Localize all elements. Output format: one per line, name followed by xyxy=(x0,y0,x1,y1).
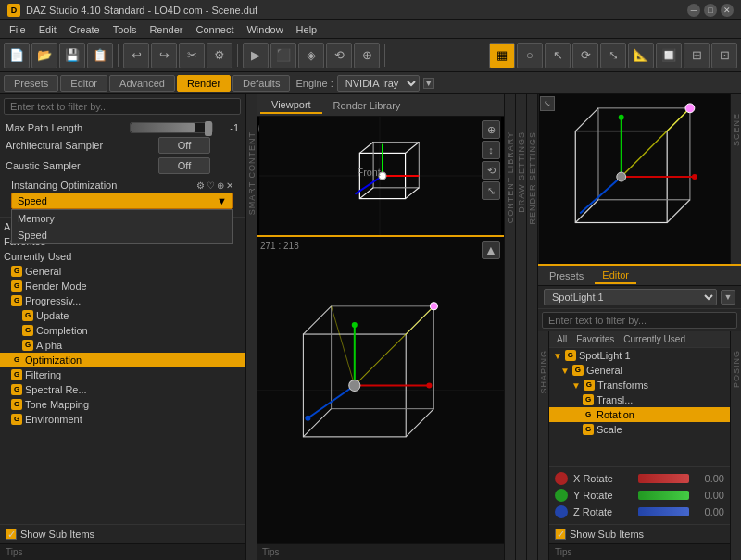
tool1[interactable]: ✂ xyxy=(179,43,205,68)
view-btn7[interactable]: ⊞ xyxy=(684,43,710,68)
redo-button[interactable]: ↪ xyxy=(151,43,177,68)
z-rotate-slider[interactable] xyxy=(638,507,689,516)
view-btn1[interactable]: ○ xyxy=(517,43,543,68)
tree-item-currently-used[interactable]: Currently Used xyxy=(0,249,245,264)
vp-ctrl-3[interactable]: ⟲ xyxy=(482,161,500,180)
tree-item-render-mode[interactable]: G Render Mode xyxy=(0,279,245,293)
close-button[interactable]: ✕ xyxy=(721,4,734,17)
tree-item-progressiv[interactable]: G Progressiv... xyxy=(0,293,245,308)
render-mode-button[interactable]: ▦ xyxy=(489,43,515,68)
view-btn8[interactable]: ⊡ xyxy=(711,43,737,68)
view-btn6[interactable]: 🔲 xyxy=(656,43,682,68)
instancing-icon2[interactable]: ♡ xyxy=(207,180,215,191)
vp-ctrl-1[interactable]: ⊕ xyxy=(482,120,500,139)
open-button[interactable]: 📂 xyxy=(31,43,57,68)
caustic-sampler-off-button[interactable]: Off xyxy=(158,157,210,174)
tab-render-library[interactable]: Render Library xyxy=(322,98,412,113)
vp-ctrl-4[interactable]: ⤡ xyxy=(482,181,500,200)
tree-item-tone-mapping[interactable]: G Tone Mapping xyxy=(0,397,245,412)
x-rotate-slider[interactable] xyxy=(638,474,689,483)
tab-render-left[interactable]: Render xyxy=(177,75,231,92)
aux-expand-button[interactable]: ⤡ xyxy=(540,96,555,111)
new-button[interactable]: 📄 xyxy=(4,43,30,68)
tool2[interactable]: ⚙ xyxy=(207,43,232,68)
filter-all[interactable]: All xyxy=(553,333,571,345)
tab-presets-left[interactable]: Presets xyxy=(4,75,58,92)
menu-connect[interactable]: Connect xyxy=(191,22,240,37)
vp-ctrl-2[interactable]: ↕ xyxy=(482,141,500,159)
arch-sampler-off-button[interactable]: Off xyxy=(158,137,210,154)
y-rotate-slider[interactable] xyxy=(638,491,689,500)
speed-dropdown-button[interactable]: Speed ▼ xyxy=(11,193,233,209)
tree-item-alpha[interactable]: G Alpha xyxy=(0,338,245,353)
tree-item-completion[interactable]: G Completion xyxy=(0,323,245,338)
save-as-button[interactable]: 📋 xyxy=(87,43,113,68)
undo-button[interactable]: ↩ xyxy=(123,43,149,68)
instancing-icon4[interactable]: ✕ xyxy=(226,180,233,191)
view-btn2[interactable]: ↖ xyxy=(545,43,571,68)
minimize-button[interactable]: ─ xyxy=(687,4,700,17)
general-expand-icon: ▼ xyxy=(560,366,570,376)
tree-item-filtering[interactable]: G Filtering xyxy=(0,367,245,382)
speed-option-speed[interactable]: Speed xyxy=(12,227,232,243)
speed-option-memory[interactable]: Memory xyxy=(12,210,232,227)
right-tree-spotlight[interactable]: ▼ G SpotLight 1 xyxy=(549,348,730,363)
tab-viewport[interactable]: Viewport xyxy=(260,97,322,114)
view-btn4[interactable]: ⤡ xyxy=(600,43,626,68)
menu-window[interactable]: Window xyxy=(241,22,288,37)
tool6[interactable]: ⟲ xyxy=(326,43,352,68)
tab-editor-left[interactable]: Editor xyxy=(60,75,107,92)
tool7[interactable]: ⊕ xyxy=(354,43,380,68)
render-settings-strip[interactable]: Render Settings xyxy=(526,94,537,560)
right-tree-rotation[interactable]: G Rotation xyxy=(549,407,730,422)
show-sub-checkbox[interactable]: ✓ xyxy=(6,529,17,540)
tree-item-environment[interactable]: G Environment xyxy=(0,412,245,427)
tree-item-spectral[interactable]: G Spectral Re... xyxy=(0,382,245,397)
params-tab-editor[interactable]: Editor xyxy=(595,268,636,284)
right-tree-transforms[interactable]: ▼ G Transforms xyxy=(549,378,730,392)
tool5[interactable]: ◈ xyxy=(298,43,324,68)
tab-defaults-left[interactable]: Defaults xyxy=(232,75,290,92)
menu-edit[interactable]: Edit xyxy=(33,22,62,37)
left-search-input[interactable] xyxy=(4,98,241,115)
tool4[interactable]: ⬛ xyxy=(270,43,296,68)
shaping-strip[interactable]: Shaping xyxy=(538,331,549,560)
menu-help[interactable]: Help xyxy=(291,22,323,37)
tool3[interactable]: ▶ xyxy=(243,43,269,68)
filter-favorites[interactable]: Favorites xyxy=(572,333,618,345)
engine-select[interactable]: NVIDIA Iray xyxy=(337,75,420,92)
right-tree-scale[interactable]: G Scale xyxy=(549,422,730,437)
instancing-icon1[interactable]: ⚙ xyxy=(196,180,205,191)
max-path-slider[interactable] xyxy=(130,122,213,133)
right-search-input[interactable] xyxy=(542,312,737,329)
window-controls[interactable]: ─ □ ✕ xyxy=(687,4,734,17)
right-tree-general[interactable]: ▼ G General xyxy=(549,363,730,378)
menu-file[interactable]: File xyxy=(4,22,31,37)
main-viewport[interactable]: 271 : 218 ▲ xyxy=(257,237,504,543)
maximize-button[interactable]: □ xyxy=(704,4,717,17)
draw-settings-strip[interactable]: Draw Settings xyxy=(515,94,526,560)
save-button[interactable]: 💾 xyxy=(59,43,85,68)
spotlight-select[interactable]: SpotLight 1 xyxy=(544,289,717,305)
right-tips-label: Tips xyxy=(555,547,572,557)
tree-item-update[interactable]: G Update xyxy=(0,308,245,323)
tree-item-optimization[interactable]: G Optimization xyxy=(0,353,245,367)
menu-render[interactable]: Render xyxy=(144,22,188,37)
engine-arrow[interactable]: ▼ xyxy=(423,78,434,89)
spotlight-arrow[interactable]: ▼ xyxy=(721,290,735,305)
params-tab-presets[interactable]: Presets xyxy=(542,268,591,283)
content-library-strip[interactable]: Content Library xyxy=(504,94,515,560)
view-btn3[interactable]: ⟳ xyxy=(572,43,598,68)
instancing-icon3[interactable]: ⊕ xyxy=(217,180,224,191)
menu-create[interactable]: Create xyxy=(64,22,106,37)
right-tree-transl[interactable]: G Transl... xyxy=(549,392,730,407)
view-btn5[interactable]: 📐 xyxy=(628,43,654,68)
right-show-sub-checkbox[interactable]: ✓ xyxy=(555,529,566,540)
smart-content-strip[interactable]: Smart Content xyxy=(245,94,257,560)
filter-currently-used[interactable]: Currently Used xyxy=(620,333,689,345)
posing-strip[interactable]: Posing xyxy=(730,331,741,560)
menu-tools[interactable]: Tools xyxy=(107,22,143,37)
tree-item-general[interactable]: G General xyxy=(0,264,245,279)
tab-advanced-left[interactable]: Advanced xyxy=(109,75,175,92)
scene-strip[interactable]: Scene xyxy=(730,94,741,264)
